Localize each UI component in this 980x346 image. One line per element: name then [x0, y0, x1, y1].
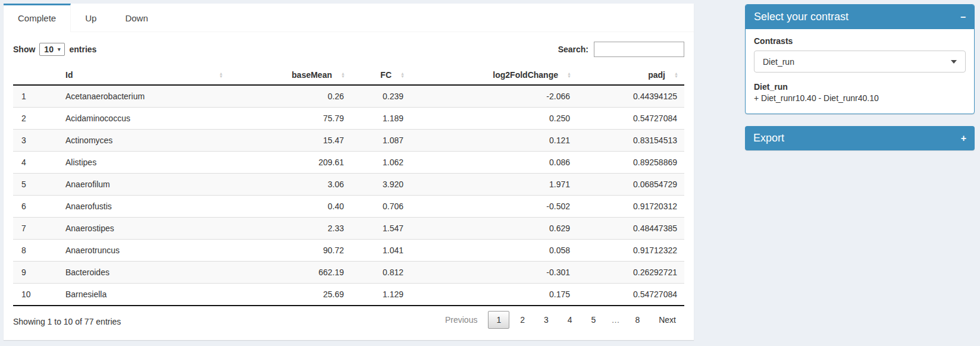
table-cell: 0.175: [411, 284, 577, 306]
table-row: 9Bacteroides662.190.812-0.3010.26292721: [13, 262, 684, 284]
table-cell: 2.33: [229, 218, 351, 240]
table-cell: 2: [13, 108, 60, 130]
table-cell: 209.61: [229, 152, 351, 174]
table-cell: 0.54727084: [577, 108, 684, 130]
pagination-page-1[interactable]: 1: [488, 311, 509, 329]
export-box-header[interactable]: Export +: [745, 126, 975, 150]
table-cell: 1.189: [351, 108, 411, 130]
table-cell: 3: [13, 130, 60, 152]
table-cell: 0.058: [411, 240, 577, 262]
table-cell: 1.041: [351, 240, 411, 262]
pagination-ellipsis: …: [606, 311, 624, 329]
pagination-page-3[interactable]: 3: [536, 311, 557, 329]
table-cell: 15.47: [229, 130, 351, 152]
table-cell: 1.087: [351, 130, 411, 152]
sort-icon: ▲▼: [219, 72, 223, 78]
table-header-row: Id▲▼baseMean▲▼FC▲▼log2FoldChange▲▼padj▲▼: [13, 65, 684, 85]
table-row: 10Barnesiella25.691.1290.1750.54727084: [13, 284, 684, 306]
table-cell: 5: [13, 174, 60, 196]
table-row: 5Anaerofilum3.063.9201.9710.06854729: [13, 174, 684, 196]
table-cell: 90.72: [229, 240, 351, 262]
table-cell: Acetanaerobacterium: [60, 85, 229, 108]
table-cell: -0.502: [411, 196, 577, 218]
table-cell: 0.40: [229, 196, 351, 218]
table-cell: -2.066: [411, 85, 577, 108]
tab-complete[interactable]: Complete: [4, 4, 71, 32]
column-header-log2foldchange[interactable]: log2FoldChange▲▼: [411, 65, 577, 85]
table-cell: 0.89258869: [577, 152, 684, 174]
table-row: 3Actinomyces15.471.0870.1210.83154513: [13, 130, 684, 152]
table-cell: Anaerofustis: [60, 196, 229, 218]
results-table: Id▲▼baseMean▲▼FC▲▼log2FoldChange▲▼padj▲▼…: [13, 65, 684, 306]
search-input[interactable]: [594, 42, 684, 57]
tab-down[interactable]: Down: [111, 4, 162, 32]
tab-bar: Complete Up Down: [4, 4, 694, 32]
pagination-previous[interactable]: Previous: [437, 311, 486, 329]
table-cell: Acidaminococcus: [60, 108, 229, 130]
table-cell: 3.06: [229, 174, 351, 196]
pagination-page-2[interactable]: 2: [512, 311, 533, 329]
table-cell: Actinomyces: [60, 130, 229, 152]
table-cell: 0.086: [411, 152, 577, 174]
column-label: baseMean: [292, 70, 332, 80]
table-row: 6Anaerofustis0.400.706-0.5020.91720312: [13, 196, 684, 218]
table-cell: 0.91712322: [577, 240, 684, 262]
table-cell: 0.629: [411, 218, 577, 240]
table-body: 1Acetanaerobacterium0.260.239-2.0660.443…: [13, 85, 684, 306]
page-length-select[interactable]: 10 ▾: [39, 43, 65, 56]
column-label: padj: [648, 70, 665, 80]
column-header-basemean[interactable]: baseMean▲▼: [229, 65, 351, 85]
table-row: 7Anaerostipes2.331.5470.6290.48447385: [13, 218, 684, 240]
table-cell: 6: [13, 196, 60, 218]
contrast-formula: + Diet_runr10.40 - Diet_runr40.10: [754, 93, 966, 103]
table-row: 4Alistipes209.611.0620.0860.89258869: [13, 152, 684, 174]
column-header-padj[interactable]: padj▲▼: [577, 65, 684, 85]
contrasts-label: Contrasts: [754, 36, 966, 46]
dropdown-caret-icon: [951, 60, 957, 64]
table-cell: 7: [13, 218, 60, 240]
sidebar: Select your contrast − Contrasts Diet_ru…: [745, 4, 975, 150]
table-panel: Show 10 ▾ entries Search: Id▲▼baseMean▲▼…: [4, 32, 694, 329]
contrast-box-header[interactable]: Select your contrast −: [746, 5, 974, 29]
table-cell: 0.706: [351, 196, 411, 218]
column-label: Id: [65, 70, 73, 80]
pagination-page-4[interactable]: 4: [559, 311, 581, 329]
table-cell: 10: [13, 284, 60, 306]
table-cell: 1.971: [411, 174, 577, 196]
table-cell: 1: [13, 85, 60, 108]
table-info: Showing 1 to 10 of 77 entries: [13, 313, 121, 326]
table-cell: 1.062: [351, 152, 411, 174]
table-cell: 3.920: [351, 174, 411, 196]
pagination-page-8[interactable]: 8: [627, 311, 648, 329]
pagination-page-5[interactable]: 5: [583, 311, 605, 329]
table-cell: Barnesiella: [60, 284, 229, 306]
pagination-next[interactable]: Next: [650, 311, 684, 329]
table-cell: Anaerotruncus: [60, 240, 229, 262]
column-header-rownum: [13, 65, 60, 85]
table-cell: 75.79: [229, 108, 351, 130]
contrast-select[interactable]: Diet_run: [754, 51, 966, 73]
table-row: 1Acetanaerobacterium0.260.239-2.0660.443…: [13, 85, 684, 108]
search-label: Search:: [558, 45, 588, 54]
table-row: 2Acidaminococcus75.791.1890.2500.5472708…: [13, 108, 684, 130]
table-row: 8Anaerotruncus90.721.0410.0580.91712322: [13, 240, 684, 262]
tab-up[interactable]: Up: [71, 4, 111, 32]
contrast-box-title: Select your contrast: [754, 11, 849, 23]
table-cell: 1.129: [351, 284, 411, 306]
contrast-box: Select your contrast − Contrasts Diet_ru…: [745, 4, 975, 114]
table-cell: 0.54727084: [577, 284, 684, 306]
table-cell: 0.91720312: [577, 196, 684, 218]
column-header-fc[interactable]: FC▲▼: [351, 65, 411, 85]
table-cell: 8: [13, 240, 60, 262]
page-length-value: 10: [44, 45, 54, 54]
expand-icon[interactable]: +: [961, 134, 966, 143]
table-cell: 662.19: [229, 262, 351, 284]
collapse-icon[interactable]: −: [960, 12, 966, 22]
table-cell: 9: [13, 262, 60, 284]
column-header-id[interactable]: Id▲▼: [60, 65, 229, 85]
table-cell: -0.301: [411, 262, 577, 284]
table-cell: 0.812: [351, 262, 411, 284]
table-cell: 0.250: [411, 108, 577, 130]
table-cell: Anaerofilum: [60, 174, 229, 196]
column-label: FC: [380, 70, 392, 80]
